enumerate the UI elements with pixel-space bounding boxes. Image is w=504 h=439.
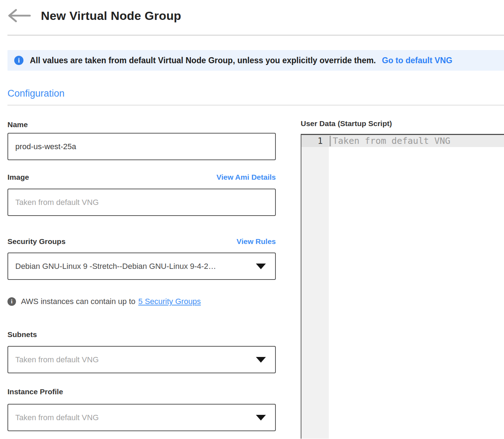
image-field-header: Image View Ami Details [7, 173, 276, 181]
info-banner: i All values are taken from default Virt… [7, 50, 504, 71]
security-groups-field-header: Security Groups View Rules [7, 237, 276, 246]
security-groups-label: Security Groups [7, 237, 65, 246]
subnets-placeholder: Taken from default VNG [15, 355, 99, 364]
user-data-label: User Data (Startup Script) [301, 119, 504, 128]
five-security-groups-link[interactable]: 5 Security Groups [138, 297, 201, 306]
form-columns: Name Image View Ami Details Security Gro… [7, 105, 504, 439]
security-groups-selected-value: Debian GNU-Linux 9 -Stretch--Debian GNU-… [15, 262, 216, 271]
view-ami-details-link[interactable]: View Ami Details [216, 173, 276, 181]
name-input[interactable] [7, 133, 276, 160]
image-input[interactable] [7, 189, 276, 216]
subnets-select[interactable]: Taken from default VNG [7, 346, 276, 373]
note-text: AWS instances can contain up to [21, 297, 135, 306]
info-icon: i [14, 56, 23, 65]
configuration-form: Name Image View Ami Details Security Gro… [7, 105, 276, 431]
instance-profile-label: Instance Profile [7, 387, 63, 396]
configuration-section-title: Configuration [7, 88, 504, 99]
editor-placeholder-text: Taken from default VNG [333, 135, 450, 147]
page-title: New Virtual Node Group [41, 9, 181, 23]
banner-text: All values are taken from default Virtua… [30, 56, 376, 65]
editor-active-line: Taken from default VNG [329, 135, 504, 147]
chevron-down-icon [256, 264, 266, 269]
name-label: Name [7, 120, 28, 129]
editor-code-area[interactable]: Taken from default VNG [329, 135, 504, 439]
new-virtual-node-group-page: New Virtual Node Group i All values are … [0, 0, 504, 439]
user-data-editor[interactable]: 1 Taken from default VNG [301, 134, 504, 439]
header-divider [7, 35, 504, 36]
editor-line-number-gutter: 1 [301, 135, 329, 439]
user-data-panel: User Data (Startup Script) 1 Taken from … [301, 105, 504, 439]
chevron-down-icon [256, 415, 266, 421]
subnets-field-header: Subnets [7, 330, 276, 339]
view-rules-link[interactable]: View Rules [237, 237, 276, 246]
instance-profile-select[interactable]: Taken from default VNG [7, 404, 276, 431]
instance-profile-field-header: Instance Profile [7, 387, 276, 396]
subnets-label: Subnets [7, 330, 37, 339]
name-field-header: Name [7, 120, 276, 129]
image-label: Image [7, 173, 29, 181]
text-cursor [329, 136, 331, 146]
page-header: New Virtual Node Group [0, 0, 504, 23]
line-number: 1 [301, 135, 329, 147]
security-groups-select[interactable]: Debian GNU-Linux 9 -Stretch--Debian GNU-… [7, 253, 276, 280]
security-groups-note: i AWS instances can contain up to 5 Secu… [7, 297, 276, 306]
go-to-default-vng-link[interactable]: Go to default VNG [382, 56, 452, 65]
info-icon: i [7, 297, 16, 306]
instance-profile-placeholder: Taken from default VNG [15, 413, 99, 422]
chevron-down-icon [256, 357, 266, 363]
back-arrow-icon[interactable] [7, 9, 31, 22]
